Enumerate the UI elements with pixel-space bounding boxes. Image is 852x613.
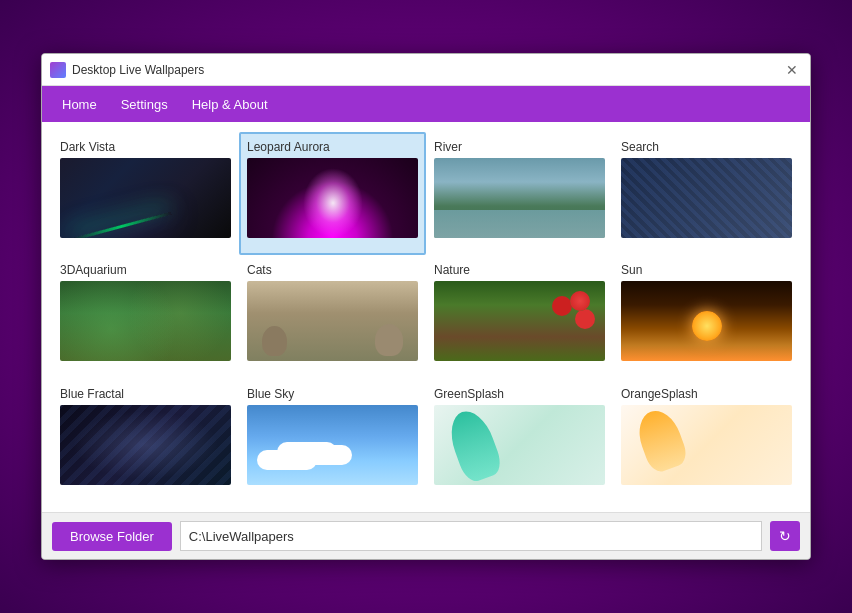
wallpaper-item-orangesplash[interactable]: OrangeSplash xyxy=(613,379,800,502)
wallpaper-thumb-river xyxy=(434,158,605,238)
wallpaper-label-leopard-aurora: Leopard Aurora xyxy=(247,140,418,154)
wallpaper-grid: Dark VistaLeopard AuroraRiverSearch3DAqu… xyxy=(52,132,800,502)
wallpaper-item-blue-fractal[interactable]: Blue Fractal xyxy=(52,379,239,502)
app-icon xyxy=(50,62,66,78)
wallpaper-item-leopard-aurora[interactable]: Leopard Aurora xyxy=(239,132,426,255)
wallpaper-thumb-3daquarium xyxy=(60,281,231,361)
wallpaper-item-3daquarium[interactable]: 3DAquarium xyxy=(52,255,239,378)
wallpaper-label-orangesplash: OrangeSplash xyxy=(621,387,792,401)
wallpaper-thumb-dark-vista xyxy=(60,158,231,238)
menu-item-help-about[interactable]: Help & About xyxy=(180,91,280,118)
menu-item-settings[interactable]: Settings xyxy=(109,91,180,118)
wallpaper-item-cats[interactable]: Cats xyxy=(239,255,426,378)
title-bar-left: Desktop Live Wallpapers xyxy=(50,62,204,78)
wallpaper-thumb-nature xyxy=(434,281,605,361)
wallpaper-label-blue-fractal: Blue Fractal xyxy=(60,387,231,401)
wallpaper-thumb-sun xyxy=(621,281,792,361)
wallpaper-thumb-cats xyxy=(247,281,418,361)
wallpaper-item-search[interactable]: Search xyxy=(613,132,800,255)
wallpaper-label-blue-sky: Blue Sky xyxy=(247,387,418,401)
wallpaper-thumb-blue-fractal xyxy=(60,405,231,485)
browse-folder-button[interactable]: Browse Folder xyxy=(52,522,172,551)
refresh-button[interactable]: ↻ xyxy=(770,521,800,551)
wallpaper-item-dark-vista[interactable]: Dark Vista xyxy=(52,132,239,255)
wallpaper-label-sun: Sun xyxy=(621,263,792,277)
wallpaper-label-cats: Cats xyxy=(247,263,418,277)
wallpaper-label-dark-vista: Dark Vista xyxy=(60,140,231,154)
content-area: Dark VistaLeopard AuroraRiverSearch3DAqu… xyxy=(42,122,810,512)
menu-bar: Home Settings Help & About xyxy=(42,86,810,122)
wallpaper-thumb-leopard-aurora xyxy=(247,158,418,238)
main-window: Desktop Live Wallpapers ✕ Home Settings … xyxy=(41,53,811,560)
wallpaper-item-blue-sky[interactable]: Blue Sky xyxy=(239,379,426,502)
wallpaper-thumb-greensplash xyxy=(434,405,605,485)
wallpaper-item-river[interactable]: River xyxy=(426,132,613,255)
wallpaper-item-greensplash[interactable]: GreenSplash xyxy=(426,379,613,502)
menu-item-home[interactable]: Home xyxy=(50,91,109,118)
wallpaper-label-nature: Nature xyxy=(434,263,605,277)
wallpaper-thumb-blue-sky xyxy=(247,405,418,485)
wallpaper-item-sun[interactable]: Sun xyxy=(613,255,800,378)
wallpaper-thumb-search xyxy=(621,158,792,238)
wallpaper-item-nature[interactable]: Nature xyxy=(426,255,613,378)
wallpaper-label-greensplash: GreenSplash xyxy=(434,387,605,401)
window-title: Desktop Live Wallpapers xyxy=(72,63,204,77)
path-input[interactable] xyxy=(180,521,762,551)
title-bar: Desktop Live Wallpapers ✕ xyxy=(42,54,810,86)
wallpaper-thumb-orangesplash xyxy=(621,405,792,485)
wallpaper-label-search: Search xyxy=(621,140,792,154)
footer-bar: Browse Folder ↻ xyxy=(42,512,810,559)
close-button[interactable]: ✕ xyxy=(782,60,802,80)
wallpaper-label-3daquarium: 3DAquarium xyxy=(60,263,231,277)
wallpaper-label-river: River xyxy=(434,140,605,154)
